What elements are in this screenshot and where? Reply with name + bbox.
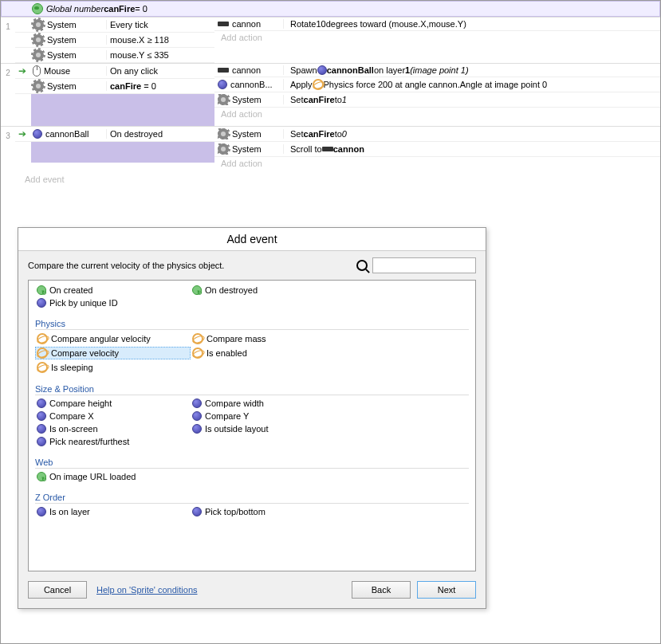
category-header: Physics <box>35 319 469 330</box>
action-row[interactable]: SystemSet canFire to 0 <box>214 127 660 142</box>
condition-item-label: Compare height <box>49 399 112 408</box>
search-icon[interactable] <box>356 260 368 271</box>
search-area <box>356 257 476 273</box>
add-action-link[interactable]: Add action <box>214 157 660 170</box>
help-link[interactable]: Help on 'Sprite' conditions <box>96 585 198 595</box>
globe-icon <box>37 285 46 295</box>
search-input[interactable] <box>372 257 476 273</box>
condition-item-label: Compare Y <box>205 411 249 421</box>
gear-icon <box>218 128 229 139</box>
condition-item[interactable]: Is on layer <box>35 506 191 517</box>
gear-icon <box>33 80 44 92</box>
actions-column: cannonRotate 10 degrees toward (mouse.X,… <box>214 18 660 63</box>
condition-item[interactable]: Pick nearest/furthest <box>35 436 191 447</box>
physics-icon <box>192 348 203 359</box>
conditions-column: ➔MouseOn any clickSystemcanFire = 0 <box>15 64 214 126</box>
condition-text: On destroyed <box>106 129 211 139</box>
event-block: 3➔cannonBallOn destroyedSystemSet canFir… <box>1 126 660 170</box>
condition-item[interactable]: Compare Y <box>191 410 346 422</box>
gear-icon <box>33 34 44 45</box>
condition-item[interactable]: Is enabled <box>191 347 346 359</box>
back-button[interactable]: Back <box>352 581 411 599</box>
event-number: 2 <box>1 64 15 126</box>
selection-fill <box>31 94 214 126</box>
ball-icon <box>218 80 227 89</box>
condition-row[interactable]: ➔MouseOn any click <box>15 64 214 79</box>
event-number: 1 <box>1 18 15 63</box>
ball-icon <box>37 298 46 308</box>
condition-item[interactable]: Is outside layout <box>191 423 346 434</box>
condition-row[interactable]: SystemEvery tick <box>15 18 214 33</box>
condition-item[interactable]: Is sleeping <box>35 361 191 374</box>
actions-column: cannonSpawn cannonBall on layer 1 (image… <box>214 64 660 126</box>
selection-fill <box>31 142 214 163</box>
condition-item[interactable]: Compare angular velocity <box>35 332 191 345</box>
global-var-row[interactable]: Global number canFire = 0 <box>1 1 660 17</box>
condition-item-label: Pick by unique ID <box>49 298 118 308</box>
condition-item-label: Pick nearest/furthest <box>49 437 129 446</box>
condition-row[interactable]: ➔cannonBallOn destroyed <box>15 127 214 142</box>
condition-item-label: On created <box>49 285 92 295</box>
object-label: System <box>47 81 77 91</box>
condition-item[interactable]: Pick by unique ID <box>35 297 191 308</box>
action-row[interactable]: SystemSet canFire to 1 <box>214 92 660 108</box>
condition-item[interactable]: Compare velocity <box>35 347 191 359</box>
add-event-dialog: Add event Compare the current velocity o… <box>18 227 486 609</box>
ball-icon <box>37 437 46 446</box>
condition-item-label: Is enabled <box>207 348 247 358</box>
global-prefix: Global number <box>46 4 104 14</box>
condition-item[interactable]: Compare X <box>35 410 191 422</box>
condition-item[interactable]: Compare mass <box>191 332 346 345</box>
condition-item[interactable]: On created <box>35 285 191 296</box>
condition-item[interactable]: On image URL loaded <box>35 471 191 482</box>
action-row[interactable]: SystemScroll to cannon <box>214 142 660 157</box>
action-row[interactable]: cannonB...Apply Physics force 200 at ang… <box>214 77 660 92</box>
condition-row[interactable]: Systemmouse.X ≥ 118 <box>15 33 214 48</box>
globe-icon <box>37 472 46 481</box>
condition-text: mouse.Y ≤ 335 <box>106 50 211 60</box>
condition-text: On any click <box>106 66 211 76</box>
action-object-label: cannonB... <box>230 80 273 89</box>
action-object-label: System <box>232 95 262 104</box>
condition-row[interactable]: Systemmouse.Y ≤ 335 <box>15 48 214 63</box>
condition-item-label: Is outside layout <box>205 424 269 434</box>
physics-icon <box>37 348 48 359</box>
dialog-title: Add event <box>18 228 486 251</box>
condition-list-panel[interactable]: On createdOn destroyedPick by unique IDP… <box>28 280 476 571</box>
action-text: Set canFire to 1 <box>283 95 657 104</box>
next-button[interactable]: Next <box>417 581 476 599</box>
add-event-link[interactable]: Add event <box>1 170 660 189</box>
condition-text: canFire = 0 <box>106 81 211 91</box>
condition-item[interactable]: Compare width <box>191 398 346 409</box>
condition-item-label: Compare velocity <box>51 348 119 358</box>
add-action-link[interactable]: Add action <box>214 108 660 120</box>
cannon-icon <box>218 22 229 26</box>
ball-icon <box>37 507 46 516</box>
condition-item-label: Compare mass <box>207 334 266 344</box>
condition-item[interactable]: Compare height <box>35 398 191 409</box>
global-eq: = 0 <box>135 4 148 14</box>
cancel-button[interactable]: Cancel <box>28 581 87 599</box>
event-block: 2➔MouseOn any clickSystemcanFire = 0cann… <box>1 63 660 126</box>
action-text: Scroll to cannon <box>283 144 657 154</box>
action-row[interactable]: cannonSpawn cannonBall on layer 1 (image… <box>214 64 660 77</box>
ball-icon <box>37 399 46 408</box>
condition-item[interactable]: On destroyed <box>191 285 346 296</box>
object-label: cannonBall <box>45 129 89 139</box>
action-row[interactable]: cannonRotate 10 degrees toward (mouse.X,… <box>214 18 660 31</box>
global-name: canFire <box>104 4 135 14</box>
physics-icon <box>313 79 324 90</box>
object-label: System <box>47 50 77 60</box>
add-action-link[interactable]: Add action <box>214 31 660 44</box>
actions-column: SystemSet canFire to 0SystemScroll to ca… <box>214 127 660 170</box>
object-label: System <box>47 35 77 45</box>
condition-item[interactable]: Is on-screen <box>35 423 191 434</box>
ball-icon <box>33 129 42 139</box>
globe-icon <box>32 3 43 14</box>
mouse-icon <box>33 65 41 77</box>
action-text: Apply Physics force 200 at angle cannon.… <box>283 79 657 90</box>
condition-row[interactable]: SystemcanFire = 0 <box>15 79 214 94</box>
condition-item-label: On destroyed <box>205 285 258 295</box>
physics-icon <box>37 333 48 344</box>
condition-item[interactable]: Pick top/bottom <box>191 506 346 517</box>
